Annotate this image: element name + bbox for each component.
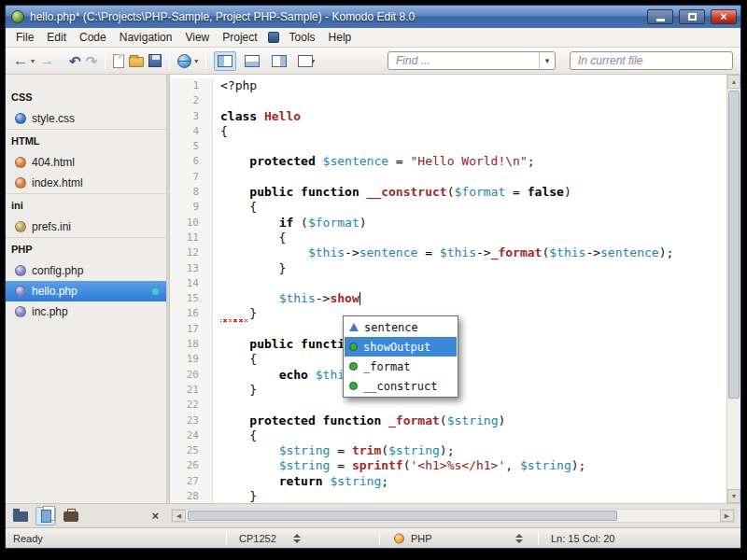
editor-line[interactable]: 11 { <box>170 231 740 245</box>
back-dropdown-icon[interactable]: ▾ <box>31 57 35 65</box>
file-item[interactable]: config.php <box>6 260 166 281</box>
toggle-right-pane-button[interactable] <box>268 51 290 71</box>
toggle-left-pane-button[interactable] <box>214 51 236 71</box>
line-number[interactable]: 20 <box>170 368 213 383</box>
line-number[interactable]: 5 <box>170 139 213 154</box>
editor-line[interactable]: 2 <box>170 93 740 108</box>
line-number[interactable]: 23 <box>170 413 213 428</box>
scroll-left-icon[interactable]: ◀ <box>172 510 186 522</box>
forward-icon[interactable]: → <box>39 53 54 68</box>
redo-icon[interactable]: ↷ <box>86 54 98 68</box>
completion-item[interactable]: showOutput <box>345 337 457 357</box>
file-item[interactable]: 404.html <box>6 152 166 173</box>
completion-item[interactable]: sentence <box>345 317 457 337</box>
encoding-label[interactable]: CP1252 <box>239 533 276 544</box>
line-number[interactable]: 16 <box>170 306 213 321</box>
menu-item-project[interactable]: Project <box>216 29 263 46</box>
back-icon[interactable]: ← <box>13 53 28 68</box>
open-file-icon[interactable] <box>129 57 144 67</box>
vertical-scrollbar-thumb[interactable] <box>728 91 740 399</box>
editor-line[interactable]: 24 { <box>170 428 740 443</box>
toolbox-pane-icon[interactable] <box>63 511 78 522</box>
line-number[interactable]: 2 <box>170 93 213 108</box>
close-pane-icon[interactable]: × <box>151 510 159 522</box>
menu-item-file[interactable]: File <box>9 29 40 46</box>
toggle-bottom-pane-button[interactable] <box>241 51 263 71</box>
file-item[interactable]: hello.php <box>6 281 166 301</box>
scroll-up-icon[interactable]: ▲ <box>727 75 740 89</box>
line-number[interactable]: 27 <box>170 474 213 489</box>
find-dropdown-icon[interactable]: ▾ <box>539 52 555 69</box>
editor-line[interactable]: 12 $this->sentence = $this->_format($thi… <box>170 245 740 260</box>
menu-item-view[interactable]: View <box>178 29 216 46</box>
editor-line[interactable]: 6 protected $sentence = "Hello World!\n"… <box>170 154 740 169</box>
find-scope-input[interactable]: In current file <box>570 51 733 70</box>
line-number[interactable]: 24 <box>170 428 213 443</box>
scroll-down-icon[interactable]: ▼ <box>727 489 740 503</box>
completion-item[interactable]: __construct <box>345 376 457 396</box>
file-item[interactable]: index.html <box>6 173 166 193</box>
editor-line[interactable]: 4{ <box>170 124 740 139</box>
editor-line[interactable]: 1<?php <box>170 78 740 93</box>
editor-line[interactable]: 9 { <box>170 200 740 215</box>
line-number[interactable]: 18 <box>170 337 213 352</box>
line-number[interactable]: 8 <box>170 185 213 200</box>
editor-line[interactable]: 10 if ($format) <box>170 216 740 231</box>
language-label[interactable]: PHP <box>411 533 432 544</box>
file-item[interactable]: style.css <box>6 108 166 129</box>
line-number[interactable]: 17 <box>170 322 213 337</box>
line-number[interactable]: 28 <box>170 489 213 503</box>
panes-layout-button[interactable]: ▾ <box>295 51 317 71</box>
editor-pane[interactable]: 1<?php23class Hello4{56 protected $sente… <box>170 75 740 503</box>
editor-line[interactable]: 22 <box>170 398 740 413</box>
menu-item-tools[interactable]: Tools <box>283 29 322 46</box>
line-number[interactable]: 11 <box>170 231 213 245</box>
line-number[interactable]: 19 <box>170 352 213 367</box>
line-number[interactable]: 25 <box>170 443 213 458</box>
editor-line[interactable]: 7 <box>170 170 740 185</box>
close-button[interactable]: × <box>711 9 737 24</box>
title-bar[interactable]: hello.php* (C:\Projects\PHP-Sample, Proj… <box>6 6 740 28</box>
toolbox-menu-icon[interactable] <box>268 32 279 43</box>
encoding-spinner[interactable] <box>293 534 301 543</box>
preview-browser-icon[interactable] <box>177 54 191 68</box>
menu-item-edit[interactable]: Edit <box>40 29 73 46</box>
line-number[interactable]: 22 <box>170 398 213 413</box>
undo-icon[interactable]: ↶ <box>69 54 81 68</box>
file-item[interactable]: inc.php <box>6 301 166 322</box>
line-number[interactable]: 21 <box>170 383 213 398</box>
preview-dropdown-icon[interactable]: ▾ <box>194 57 198 65</box>
menu-item-help[interactable]: Help <box>322 29 359 46</box>
editor-line[interactable]: 14 <box>170 276 740 291</box>
line-number[interactable]: 15 <box>170 291 213 306</box>
editor-line[interactable]: 5 <box>170 139 740 154</box>
editor-line[interactable]: 25 $string = trim($string); <box>170 443 740 458</box>
editor-line[interactable]: 15 $this->show <box>170 291 740 306</box>
line-number[interactable]: 1 <box>170 78 213 93</box>
menu-item-code[interactable]: Code <box>73 29 113 46</box>
completion-item[interactable]: _format <box>345 357 457 376</box>
line-number[interactable]: 7 <box>170 170 213 185</box>
line-number[interactable]: 10 <box>170 216 213 231</box>
line-number[interactable]: 6 <box>170 154 213 169</box>
line-number[interactable]: 3 <box>170 109 213 124</box>
horizontal-scrollbar[interactable]: ◀ ▶ <box>171 509 735 523</box>
file-item[interactable]: prefs.ini <box>6 217 166 237</box>
vertical-scrollbar[interactable]: ▲ ▼ <box>726 75 740 503</box>
menu-item-navigation[interactable]: Navigation <box>113 29 179 46</box>
line-number[interactable]: 13 <box>170 261 213 276</box>
line-number[interactable]: 14 <box>170 276 213 291</box>
editor-line[interactable]: 8 public function __construct($format = … <box>170 185 740 200</box>
editor-line[interactable]: 27 return $string; <box>170 474 740 489</box>
line-number[interactable]: 26 <box>170 458 213 473</box>
new-file-icon[interactable] <box>113 54 124 68</box>
minimize-button[interactable] <box>647 9 673 24</box>
places-pane-icon[interactable] <box>13 511 28 522</box>
editor-line[interactable]: 3class Hello <box>170 109 740 124</box>
editor-line[interactable]: 26 $string = sprintf('<h1>%s</h1>', $str… <box>170 458 740 473</box>
editor-line[interactable]: 13 } <box>170 261 740 276</box>
line-number[interactable]: 12 <box>170 245 213 260</box>
save-icon[interactable] <box>148 54 162 67</box>
editor-line[interactable]: 28 } <box>170 489 740 503</box>
editor-line[interactable]: 23 protected function _format($string) <box>170 413 740 428</box>
